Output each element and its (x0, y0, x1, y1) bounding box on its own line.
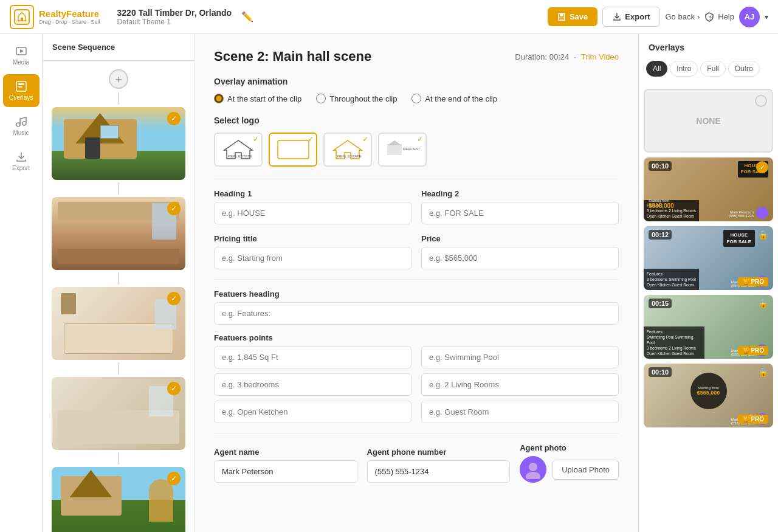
radio-end-label: At the end of the clip (425, 94, 497, 103)
scene-panel: Scene Sequence ＋ ✓ (43, 34, 194, 532)
export-icon (613, 13, 621, 21)
feature-pool-input[interactable] (421, 346, 619, 368)
feature-row-1 (214, 346, 619, 368)
logo-option-1[interactable]: ✓ REAL ESTATE (214, 133, 263, 167)
feature-guestroom-input[interactable] (421, 401, 619, 423)
overlay-card-2[interactable]: HOUSEFOR SALE Features: 3 bedrooms Swimm… (644, 226, 773, 290)
logo-area: RealtyFeature Drag · Drop · Share · Sell (10, 5, 100, 29)
overlay-time-3: 00:15 (649, 299, 672, 308)
price-label: Price (421, 234, 619, 243)
scene-thumb-1[interactable]: ✓ (52, 107, 185, 180)
scene-check-5: ✓ (167, 472, 181, 485)
features-heading-section: Featuers heading (214, 289, 619, 325)
sidebar-item-music[interactable]: Music (3, 109, 40, 142)
radio-end[interactable]: At the end of the clip (411, 94, 497, 103)
separator: · (574, 52, 576, 61)
add-scene-top-button[interactable]: ＋ (109, 69, 128, 89)
edit-address-button[interactable]: ✏️ (239, 9, 256, 25)
scene-sequence-header: Scene Sequence (43, 34, 194, 61)
lock-icon-4: 🔒 (758, 367, 768, 377)
export-button[interactable]: Export (602, 7, 660, 27)
feature-row-3 (214, 401, 619, 423)
save-button[interactable]: Save (548, 7, 597, 26)
radio-throughout[interactable]: Throughout the clip (316, 94, 397, 103)
scene-thumb-4[interactable]: ✓ (52, 377, 185, 450)
connector-3 (118, 272, 119, 285)
logo-check-2: ✓ (308, 135, 314, 143)
price-circle-4: Starting from $565,000 (690, 373, 727, 409)
price-input[interactable] (421, 247, 619, 269)
pro-badge-2: 🏆 PRO (738, 277, 768, 286)
feature-kitchen-input[interactable] (214, 401, 411, 423)
pricing-title-input[interactable] (214, 247, 411, 269)
chevron-down-icon[interactable]: ▾ (765, 13, 768, 21)
radio-throughout-input[interactable] (316, 94, 326, 103)
overlays-panel: Overlays All Intro Full Outro NONE HOUSE… (638, 34, 778, 532)
avatar[interactable]: AJ (739, 7, 760, 27)
overlays-header: Overlays (639, 34, 778, 61)
sidebar-item-overlays[interactable]: Overlays (3, 74, 40, 107)
features-text-3: Features: Swimming Pool Swimming Pool 3 … (644, 326, 704, 359)
go-back-button[interactable]: Go back › (665, 12, 700, 21)
scene-check-4: ✓ (167, 382, 181, 395)
scene-thumb-2[interactable]: ✓ (52, 197, 185, 270)
lock-icon-3: 🔒 (758, 299, 768, 308)
feature-sqft-input[interactable] (214, 346, 411, 368)
agent-phone-label: Agent phone number (367, 447, 511, 457)
overlay-card-1[interactable]: HOUSEFOR SALE Features: 3 bedrooms 2 Liv… (644, 157, 773, 221)
help-button[interactable]: ? Help (704, 12, 734, 22)
tab-full[interactable]: Full (700, 61, 725, 77)
connector-2 (118, 182, 119, 195)
logo-option-4[interactable]: ✓ REAL ESTATE (378, 133, 427, 167)
overlay-card-4[interactable]: Starting from $565,000 Mark Peterson(555… (644, 364, 773, 427)
music-icon (15, 116, 27, 128)
svg-text:REAL ESTATE: REAL ESTATE (403, 147, 419, 151)
radio-start-input[interactable] (214, 94, 224, 103)
heading1-label: Heading 1 (214, 189, 411, 198)
overlay-animation-section: Overlay animation At the start of the cl… (214, 77, 619, 103)
feature-living-input[interactable] (421, 373, 619, 396)
tab-intro[interactable]: Intro (670, 61, 698, 77)
logo-option-3[interactable]: ✓ REAL ESTATE (323, 133, 372, 167)
logo-check-4: ✓ (417, 135, 423, 143)
svg-marker-9 (20, 49, 24, 53)
agent-section: Agent name Agent phone number Agent phot… (214, 443, 619, 483)
heading2-input[interactable] (421, 202, 619, 224)
agent-name-input[interactable] (214, 460, 357, 483)
logo-option-2[interactable]: ✓ (269, 133, 317, 167)
sidebar-item-export[interactable]: Export (3, 145, 40, 178)
heading1-input[interactable] (214, 202, 411, 224)
scene-thumb-3[interactable]: ✓ (52, 287, 185, 360)
features-heading-input[interactable] (214, 302, 619, 325)
radio-end-input[interactable] (411, 94, 421, 103)
feature-bedrooms-input[interactable] (214, 373, 411, 396)
svg-rect-5 (560, 13, 563, 16)
divider-2 (214, 279, 619, 280)
radio-throughout-label: Throughout the clip (329, 94, 397, 103)
svg-point-14 (22, 122, 26, 125)
radio-start[interactable]: At the start of the clip (214, 94, 301, 103)
svg-rect-11 (18, 83, 24, 85)
features-points-section: Featuers points (214, 333, 619, 423)
overlay-none-card[interactable]: NONE (644, 89, 773, 153)
overlays-icon (15, 80, 27, 92)
svg-rect-17 (278, 140, 309, 159)
scene-thumb-5[interactable]: ✓ (52, 467, 185, 532)
agent-phone-input[interactable] (367, 460, 511, 483)
logo-img-1: REAL ESTATE (220, 139, 256, 161)
logo-svg-1: REAL ESTATE (222, 139, 255, 160)
logo-options: ✓ REAL ESTATE ✓ (214, 133, 619, 167)
svg-rect-20 (387, 144, 402, 155)
scene-check-3: ✓ (167, 292, 181, 305)
overlay-time-1: 00:10 (649, 161, 672, 171)
agent-photo-label: Agent photo (520, 443, 619, 452)
upload-photo-button[interactable]: Upload Photo (553, 460, 619, 480)
svg-point-24 (526, 472, 540, 479)
tab-all[interactable]: All (646, 61, 667, 77)
trim-video-link[interactable]: Trim Video (581, 52, 619, 61)
select-logo-label: Select logo (214, 116, 619, 125)
sidebar-item-media[interactable]: Media (3, 39, 40, 72)
overlay-card-3[interactable]: Features: Swimming Pool Swimming Pool 3 … (644, 295, 773, 359)
tab-outro[interactable]: Outro (728, 61, 760, 77)
svg-marker-21 (387, 140, 402, 145)
